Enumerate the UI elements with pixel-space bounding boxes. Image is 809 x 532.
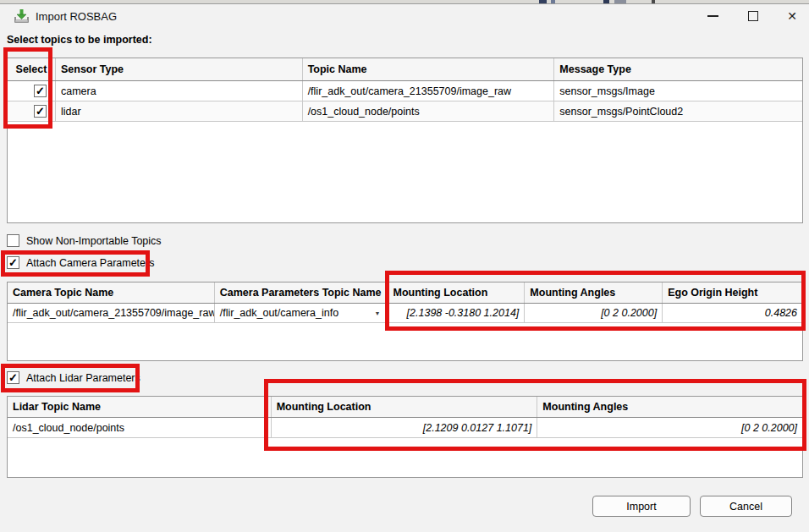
camera-params-row[interactable]: /flir_adk_out/camera_21355709/image_raw …	[8, 304, 802, 323]
column-header-cam-mounting-location: Mounting Location	[388, 282, 526, 303]
camera-select-cell: ✓	[8, 81, 56, 101]
lidar-params-row[interactable]: /os1_cloud_node/points [2.1209 0.0127 1.…	[8, 418, 802, 438]
attach-lidar-label: Attach Lidar Parameters	[26, 372, 140, 384]
lidar-select-checkbox[interactable]: ✓	[34, 105, 47, 118]
import-rosbag-icon	[14, 8, 30, 24]
maximize-button[interactable]	[739, 5, 768, 27]
attach-lidar-checkbox[interactable]: ✓	[7, 371, 19, 384]
column-header-camera-params-topic: Camera Parameters Topic Name	[215, 282, 388, 303]
lidar-params-header: Lidar Topic Name Mounting Location Mount…	[8, 397, 802, 418]
attach-camera-checkbox[interactable]: ✓	[7, 256, 19, 269]
lidar-mounting-angles-cell[interactable]: [0 2 0.2000]	[537, 418, 802, 437]
import-button[interactable]: Import	[592, 496, 691, 517]
select-topics-heading: Select topics to be imported:	[7, 34, 152, 46]
ego-origin-height-cell[interactable]: 0.4826	[663, 304, 802, 322]
topics-table: Select Sensor Type Topic Name Message Ty…	[7, 58, 803, 223]
camera-topic-cell[interactable]: /flir_adk_out/camera_21355709/image_raw	[8, 304, 215, 322]
close-button[interactable]: ✕	[778, 5, 806, 27]
lidar-mounting-location-cell[interactable]: [2.1209 0.0127 1.1071]	[272, 418, 538, 437]
window-title: Import ROSBAG	[36, 10, 117, 23]
table-row-lidar[interactable]: ✓ lidar /os1_cloud_node/points sensor_ms…	[8, 101, 802, 122]
column-header-lidar-mounting-angles: Mounting Angles	[537, 397, 802, 417]
column-header-message-type: Message Type	[554, 58, 802, 80]
lidar-sensor-type-cell[interactable]: lidar	[56, 101, 303, 121]
column-header-lidar-mounting-location: Mounting Location	[272, 397, 538, 417]
camera-params-topic-value: /flir_adk_out/camera_info	[220, 307, 338, 319]
minimize-icon	[707, 15, 718, 17]
attach-camera-label: Attach Camera Parameters	[26, 257, 154, 269]
camera-topic-name-cell[interactable]: /flir_adk_out/camera_21355709/image_raw	[303, 81, 555, 101]
column-header-lidar-topic: Lidar Topic Name	[8, 397, 272, 417]
background-window-fragment	[614, 0, 626, 3]
attach-camera-row: ✓ Attach Camera Parameters	[7, 256, 154, 269]
lidar-topic-cell[interactable]: /os1_cloud_node/points	[8, 418, 272, 437]
camera-select-checkbox[interactable]: ✓	[34, 85, 47, 97]
background-window-fragment	[603, 0, 609, 3]
column-header-sensor-type: Sensor Type	[56, 58, 303, 80]
camera-params-topic-dropdown[interactable]: /flir_adk_out/camera_info ▼	[215, 304, 388, 322]
background-window-fragment	[539, 0, 547, 3]
lidar-select-cell: ✓	[8, 101, 56, 121]
column-header-ego-origin-height: Ego Origin Height	[663, 282, 802, 303]
camera-message-type-cell[interactable]: sensor_msgs/Image	[554, 81, 802, 101]
camera-params-table: Camera Topic Name Camera Parameters Topi…	[7, 282, 803, 361]
table-row-camera[interactable]: ✓ camera /flir_adk_out/camera_21355709/i…	[8, 81, 802, 101]
chevron-down-icon[interactable]: ▼	[375, 310, 382, 316]
show-non-importable-checkbox[interactable]	[7, 234, 19, 247]
cam-mounting-angles-cell[interactable]: [0 2 0.2000]	[525, 304, 663, 322]
column-header-select: Select	[8, 58, 56, 80]
cancel-button[interactable]: Cancel	[700, 496, 792, 517]
column-header-camera-topic: Camera Topic Name	[8, 282, 215, 303]
topics-table-header: Select Sensor Type Topic Name Message Ty…	[8, 58, 802, 81]
cam-mounting-location-cell[interactable]: [2.1398 -0.3180 1.2014]	[388, 304, 526, 322]
show-non-importable-row: Show Non-Importable Topics	[7, 234, 162, 247]
background-window-strip	[0, 0, 809, 4]
import-rosbag-dialog: Import ROSBAG ✕ Select topics to be impo…	[0, 0, 809, 532]
background-window-fragment	[551, 0, 555, 3]
camera-params-header: Camera Topic Name Camera Parameters Topi…	[8, 282, 802, 304]
lidar-message-type-cell[interactable]: sensor_msgs/PointCloud2	[554, 101, 802, 121]
titlebar: Import ROSBAG ✕	[0, 5, 809, 27]
column-header-cam-mounting-angles: Mounting Angles	[525, 282, 663, 303]
attach-lidar-row: ✓ Attach Lidar Parameters	[7, 371, 140, 384]
minimize-button[interactable]	[698, 5, 727, 27]
maximize-icon	[748, 11, 758, 21]
show-non-importable-label: Show Non-Importable Topics	[26, 235, 162, 247]
camera-sensor-type-cell[interactable]: camera	[56, 81, 303, 101]
column-header-topic-name: Topic Name	[303, 58, 555, 80]
lidar-params-table: Lidar Topic Name Mounting Location Mount…	[7, 396, 803, 478]
lidar-topic-name-cell[interactable]: /os1_cloud_node/points	[303, 101, 555, 121]
background-window-fragment	[652, 0, 655, 3]
